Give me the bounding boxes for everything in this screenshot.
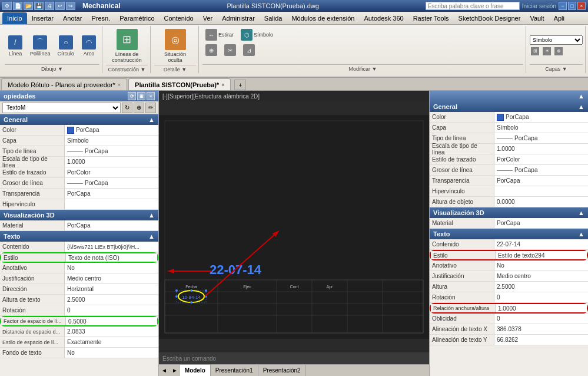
- ribbon-btn-misc1[interactable]: ⊕: [202, 42, 220, 58]
- redo-icon[interactable]: ↪: [66, 2, 75, 10]
- right-prop-oblicidad-value[interactable]: 0: [494, 314, 588, 324]
- login-label[interactable]: Iniciar sesión: [522, 3, 556, 9]
- new-tab-button[interactable]: +: [234, 80, 246, 90]
- right-prop-alineacion-x-value[interactable]: 386.0378: [494, 324, 588, 334]
- right-prop-anotativo-value[interactable]: No: [494, 260, 588, 271]
- menu-insertar[interactable]: Insertar: [27, 12, 58, 24]
- right-prop-contenido-value[interactable]: 22-07-14: [494, 239, 588, 249]
- menu-anotar[interactable]: Anotar: [58, 12, 87, 24]
- panel-icon-3[interactable]: ×: [147, 92, 155, 100]
- menu-salida[interactable]: Salida: [260, 12, 287, 24]
- ribbon-btn-estirar[interactable]: ↔ Estirar: [202, 27, 237, 42]
- right-prop-capa-value[interactable]: Símbolo: [494, 123, 588, 133]
- minimize-button[interactable]: −: [559, 2, 567, 10]
- close-button[interactable]: ×: [577, 2, 586, 10]
- menu-presn[interactable]: Presn.: [87, 12, 115, 24]
- right-prop-material-value[interactable]: PorCapa: [494, 218, 588, 228]
- menu-inicio[interactable]: Inicio: [2, 12, 27, 24]
- menu-sketchbook[interactable]: SketchBook Designer: [454, 12, 526, 24]
- dropdown-btn-2[interactable]: ⊕: [134, 103, 144, 113]
- ribbon-btn-polilinea[interactable]: ⌒ Polilínea: [27, 34, 54, 58]
- nav-next-btn[interactable]: ►: [170, 367, 180, 374]
- save-icon[interactable]: 💾: [34, 2, 44, 10]
- right-prop-estilo-trazado-value[interactable]: PorColor: [494, 154, 588, 164]
- left-texto-header[interactable]: Texto ▲: [0, 231, 158, 242]
- panel-icon-1[interactable]: ⟳: [128, 92, 136, 100]
- right-prop-rotacion-value[interactable]: 0: [494, 292, 588, 302]
- right-general-header[interactable]: General ▲: [430, 101, 588, 112]
- prop-grosor-value[interactable]: ———PorCapa: [65, 178, 158, 188]
- right-prop-grosor-value[interactable]: ———PorCapa: [494, 165, 588, 175]
- tab-modelo-rotulo[interactable]: Modelo Rótulo - Planos al proveedor* ×: [1, 78, 127, 90]
- tab-plantilla-close[interactable]: ×: [221, 82, 224, 88]
- capas-icon-3[interactable]: ⊗: [553, 46, 564, 57]
- prop-estilo-texto-value[interactable]: Texto de nota (ISO): [66, 253, 157, 262]
- left-viz3d-header[interactable]: Visualización 3D ▲: [0, 210, 158, 220]
- prop-fondo-texto-value[interactable]: No: [65, 348, 158, 358]
- new-icon[interactable]: 📄: [13, 2, 22, 10]
- print-icon[interactable]: 🖨: [45, 2, 54, 10]
- menu-autodesk360[interactable]: Autodesk 360: [359, 12, 408, 24]
- menu-raster[interactable]: Raster Tools: [408, 12, 454, 24]
- menu-vault[interactable]: Vault: [525, 12, 549, 24]
- drawing-area[interactable]: [-][Superior][Estructura alámbrica 2D] F…: [159, 91, 429, 376]
- prop-contenido-value[interactable]: {\\fSwis721 LtEx BT|b0|i0}\\H...: [65, 242, 158, 252]
- menu-contenido[interactable]: Contenido: [160, 12, 198, 24]
- right-prop-alineacion-y-value[interactable]: 66.8262: [494, 335, 588, 345]
- capas-dropdown[interactable]: Símbolo: [530, 35, 583, 45]
- drawing-canvas[interactable]: Fecha Ejec Cont Apr 10-84-14 22-07-14: [159, 101, 429, 352]
- textoM-dropdown[interactable]: TextoM: [2, 103, 121, 113]
- ribbon-btn-construccion[interactable]: ⊞ Líneas deconstrucción: [109, 27, 145, 65]
- prop-factor-espacio-value[interactable]: 0.5000: [66, 317, 157, 325]
- ribbon-btn-misc3[interactable]: ⊿: [240, 42, 258, 58]
- right-prop-relacion-value[interactable]: 1.0000: [496, 304, 587, 312]
- ribbon-btn-arco[interactable]: ◠ Arco: [78, 34, 99, 58]
- right-viz3d-header[interactable]: Visualización 3D ▲: [430, 207, 588, 218]
- ribbon-btn-circulo[interactable]: ○ Círculo: [55, 34, 78, 58]
- tab-modelo-rotulo-close[interactable]: ×: [118, 82, 121, 88]
- prop-direccion-value[interactable]: Horizontal: [65, 284, 158, 294]
- right-prop-hipervinculo-value[interactable]: [494, 186, 588, 196]
- dropdown-btn-3[interactable]: ✏: [145, 103, 156, 113]
- ribbon-btn-linea[interactable]: / Línea: [5, 34, 26, 58]
- ribbon-btn-oculta[interactable]: ◎ Situaciónoculta: [161, 27, 189, 65]
- prop-escala-linea-value[interactable]: 1.0000: [65, 157, 158, 167]
- presentacion1-tab[interactable]: Presentación1: [211, 365, 258, 376]
- prop-color-value[interactable]: PorCapa: [65, 125, 158, 135]
- prop-tipo-linea-value[interactable]: ———PorCapa: [65, 146, 158, 156]
- presentacion2-tab[interactable]: Presentación2: [258, 365, 306, 376]
- prop-estilo-espacio-value[interactable]: Exactamente: [65, 337, 158, 347]
- menu-administrar[interactable]: Administrar: [217, 12, 260, 24]
- ribbon-btn-misc2[interactable]: ✂: [221, 42, 239, 58]
- prop-capa-value[interactable]: Símbolo: [65, 136, 158, 146]
- prop-justificacion-value[interactable]: Medio centro: [65, 273, 158, 283]
- prop-altura-texto-value[interactable]: 2.5000: [65, 295, 158, 305]
- open-icon[interactable]: 📂: [24, 2, 33, 10]
- right-prop-altura-value[interactable]: 2.5000: [494, 282, 588, 292]
- menu-modulos[interactable]: Módulos de extensión: [287, 12, 359, 24]
- tab-plantilla[interactable]: Plantilla SISTCON(Prueba)* ×: [128, 78, 231, 90]
- capas-icon-1[interactable]: ⊞: [530, 46, 540, 57]
- undo-icon[interactable]: ↩: [55, 2, 65, 10]
- menu-parametrico[interactable]: Paramétrico: [115, 12, 159, 24]
- right-prop-transparencia-value[interactable]: PorCapa: [494, 176, 588, 186]
- ribbon-btn-simbolo[interactable]: ⬡ Símbolo: [238, 27, 276, 42]
- prop-estilo-trazado-value[interactable]: PorColor: [65, 167, 158, 177]
- dropdown-btn-1[interactable]: ↻: [122, 103, 132, 113]
- prop-transparencia-value[interactable]: PorCapa: [65, 189, 158, 199]
- search-input[interactable]: [426, 2, 520, 10]
- right-prop-escala-value[interactable]: 1.0000: [494, 144, 588, 154]
- right-prop-tipo-linea-value[interactable]: ———PorCapa: [494, 133, 588, 143]
- left-general-header[interactable]: General ▲: [0, 114, 158, 125]
- right-prop-color-value[interactable]: PorCapa: [494, 112, 588, 122]
- app-icon[interactable]: ⚙: [2, 2, 12, 10]
- panel-icon-2[interactable]: ⊞: [137, 92, 145, 100]
- right-prop-estilo-value[interactable]: Estilo de texto294: [496, 251, 587, 259]
- nav-prev-btn[interactable]: ◄: [159, 367, 170, 374]
- prop-rotacion-value[interactable]: 0: [65, 305, 158, 315]
- modelo-tab[interactable]: Modelo: [180, 365, 211, 376]
- prop-distancia-espacio-value[interactable]: 2.0833: [65, 326, 158, 337]
- menu-apli[interactable]: Apli: [549, 12, 569, 24]
- right-texto-header[interactable]: Texto ▲: [430, 229, 588, 239]
- maximize-button[interactable]: □: [568, 2, 576, 10]
